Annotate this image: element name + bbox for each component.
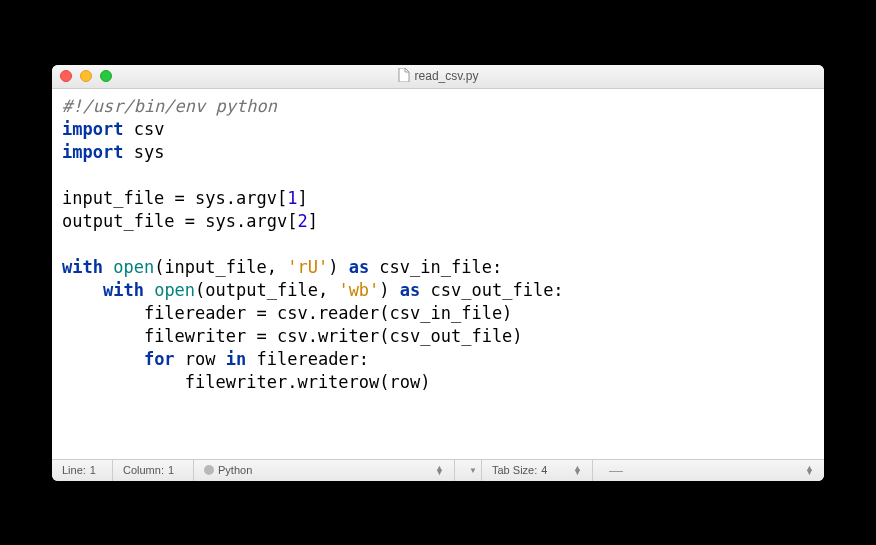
settings-button[interactable]: ▼ [455,460,481,481]
code-text: csv_in_file: [369,257,502,277]
syntax-icon [204,465,214,475]
window-title: read_csv.py [398,68,479,85]
keyword: as [400,280,420,300]
code-text: ] [297,188,307,208]
updown-icon: ▲▼ [805,466,814,474]
code-text: (output_file, [195,280,338,300]
keyword: import [62,142,123,162]
keyword: with [62,257,103,277]
code-text: filewriter = csv.writer(csv_out_file) [144,326,523,346]
string: 'rU' [287,257,328,277]
close-icon[interactable] [60,70,72,82]
traffic-lights [60,70,112,82]
keyword: import [62,119,123,139]
code-text: output_file = sys.argv[ [62,211,297,231]
number: 1 [287,188,297,208]
column-value: 1 [168,464,174,476]
code-text: filereader: [246,349,369,369]
string: 'wb' [338,280,379,300]
dash-icon: — [609,462,623,478]
indent [62,326,144,346]
indent [62,372,185,392]
keyword: as [349,257,369,277]
code-editor[interactable]: #!/usr/bin/env python import csv import … [52,89,824,459]
code-text: filereader = csv.reader(csv_in_file) [144,303,512,323]
code-text: csv [123,119,164,139]
statusbar: Line: 1 Column: 1 Python ▲▼ ▼ Tab Size: … [52,459,824,481]
shebang-comment: #!/usr/bin/env python [62,96,277,116]
line-indicator[interactable]: Line: 1 [52,460,112,481]
minimize-icon[interactable] [80,70,92,82]
code-text: sys [123,142,164,162]
zoom-icon[interactable] [100,70,112,82]
syntax-label: Python [218,464,252,476]
keyword: in [226,349,246,369]
statusbar-extra[interactable]: — ▲▼ [593,460,824,481]
updown-icon: ▲▼ [435,466,444,474]
number: 2 [297,211,307,231]
titlebar[interactable]: read_csv.py [52,65,824,89]
code-text: ) [328,257,348,277]
line-value: 1 [90,464,96,476]
code-text: (input_file, [154,257,287,277]
indent [62,303,144,323]
tabsize-selector[interactable]: Tab Size: 4 ▲▼ [482,460,592,481]
updown-icon: ▲▼ [573,466,582,474]
keyword: with [103,280,144,300]
code-text: filewriter.writerow(row) [185,372,431,392]
line-label: Line: [62,464,86,476]
indent [62,349,144,369]
file-icon [398,68,410,85]
indent [62,280,103,300]
builtin: open [144,280,195,300]
tabsize-value: 4 [541,464,547,476]
syntax-selector[interactable]: Python ▲▼ [194,460,454,481]
tabsize-label: Tab Size: [492,464,537,476]
builtin: open [103,257,154,277]
column-indicator[interactable]: Column: 1 [113,460,193,481]
editor-window: read_csv.py #!/usr/bin/env python import… [52,65,824,481]
code-text: ) [379,280,399,300]
column-label: Column: [123,464,164,476]
filename-label: read_csv.py [415,69,479,83]
code-text: ] [308,211,318,231]
code-text: input_file = sys.argv[ [62,188,287,208]
keyword: for [144,349,175,369]
code-text: csv_out_file: [420,280,563,300]
code-text: row [175,349,226,369]
